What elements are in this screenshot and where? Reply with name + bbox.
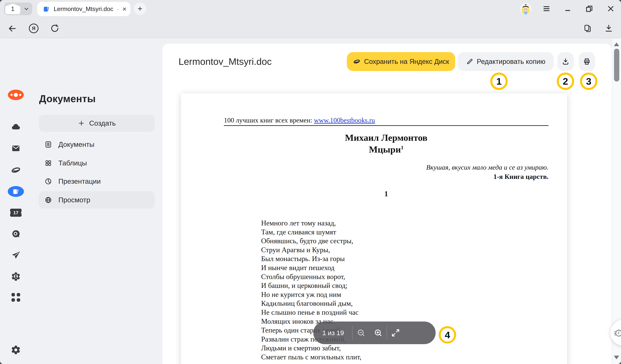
collections-icon[interactable] — [583, 24, 592, 33]
pie-chart-icon — [44, 177, 52, 185]
sidebar-title: Документы — [39, 93, 96, 105]
header-rule — [224, 125, 549, 126]
disk-icon — [353, 58, 361, 65]
annotation-badge-4: 4 — [439, 326, 456, 344]
poem-line: Обнявшись, будто две сестры, — [261, 237, 362, 245]
poem-line: И нынче видит пешеход — [261, 263, 362, 272]
sidebar-item-view[interactable]: Просмотр — [39, 191, 155, 209]
sidebar-item-label: Просмотр — [58, 196, 90, 204]
menu-button[interactable] — [541, 4, 552, 14]
minimize-button[interactable] — [563, 4, 573, 14]
edit-copy-button[interactable]: Редактировать копию — [458, 52, 554, 71]
reload-icon[interactable] — [50, 24, 60, 33]
pencil-icon — [466, 58, 473, 65]
cloud-icon[interactable] — [0, 122, 32, 132]
tab-title: Lermontov_Mtsyri.doc — [54, 6, 113, 12]
downloads-icon[interactable] — [604, 24, 614, 33]
close-window-button[interactable] — [606, 4, 616, 14]
tab-counter-button[interactable]: 1 — [4, 2, 32, 15]
gear-icon[interactable] — [0, 345, 32, 355]
tab-bar: 1 Lermontov_Mtsyri.doc - × + — [0, 0, 621, 19]
scrollbar[interactable] — [612, 38, 621, 364]
epigraph: Вкушая, вкусих мало меда и се аз умираю. — [224, 163, 549, 171]
annotation-badge-2: 2 — [557, 73, 574, 90]
annotation-badge-3: 3 — [580, 73, 597, 90]
new-tab-button[interactable]: + — [134, 2, 146, 15]
mail-icon[interactable] — [0, 143, 32, 153]
sidebar-item-presentations[interactable]: Презентации — [39, 173, 155, 190]
sidebar-item-label: Документы — [58, 141, 94, 148]
poem-line: Был монастырь. Из-за горы — [261, 254, 362, 263]
grid-icon[interactable] — [0, 293, 32, 302]
plus-icon — [78, 120, 85, 127]
poem-line: Струи Арагвы и Куры, — [261, 245, 362, 254]
sidebar-item-tables[interactable]: Таблицы — [39, 154, 155, 172]
printer-icon — [583, 58, 591, 65]
header-link[interactable]: www.100bestbooks.ru — [314, 116, 375, 124]
download-tray-icon — [562, 58, 569, 65]
footnote-marker: 1 — [401, 145, 403, 150]
poem-line: Немного лет тому назад, — [261, 219, 362, 228]
viewer-toolbar: 1 из 19 — [313, 321, 436, 344]
print-document-button[interactable] — [579, 52, 595, 71]
browser-avatar[interactable] — [520, 3, 532, 15]
create-label: Создать — [89, 119, 116, 127]
messenger-icon[interactable] — [0, 229, 32, 239]
zoom-in-icon[interactable] — [370, 321, 387, 344]
scrollbar-thumb[interactable] — [614, 49, 619, 81]
chevron-down-icon — [23, 6, 30, 12]
yandex-search-icon[interactable]: Я — [29, 24, 38, 33]
calendar-date: 17 — [10, 209, 22, 217]
sidebar-item-label: Таблицы — [58, 159, 87, 167]
header-prefix: 100 лучших книг всех времен: — [224, 116, 314, 124]
sidebar-item-documents[interactable]: Документы — [39, 136, 155, 153]
annotation-badge-1: 1 — [490, 73, 508, 90]
poem-line: Сметает пыль с могильных плит, — [261, 352, 362, 362]
poem-line: Там, где сливаяся шумят — [261, 228, 362, 237]
poem-line: Не слышно пенье в поздний час — [261, 308, 362, 317]
sidebar-item-label: Презентации — [58, 177, 101, 185]
scroll-down-icon[interactable] — [614, 356, 619, 359]
document-lines-icon — [44, 141, 52, 148]
calendar-icon[interactable]: 17 — [0, 209, 32, 217]
download-document-button[interactable] — [557, 52, 574, 71]
create-button[interactable]: Создать — [39, 115, 155, 132]
back-icon[interactable] — [7, 24, 17, 33]
users-gear-icon[interactable] — [0, 272, 32, 282]
poem-line: И башни, и церковный свод; — [261, 281, 362, 290]
poem-author: Михаил Лермонтов — [224, 132, 549, 143]
tab-close-icon[interactable]: × — [122, 5, 126, 13]
browser-window: 1 Lermontov_Mtsyri.doc - × + — [0, 0, 621, 364]
restore-button[interactable] — [584, 4, 594, 14]
documents-icon[interactable] — [0, 186, 32, 197]
tables-grid-icon — [44, 159, 52, 167]
scroll-up-icon[interactable] — [614, 43, 619, 46]
edit-copy-label: Редактировать копию — [477, 58, 545, 65]
browser-toolbar: Я docs.yandex.ru Lermontov_Mtsyri.doc - … — [0, 19, 621, 38]
globe-icon — [44, 196, 52, 204]
disk-icon[interactable] — [0, 165, 32, 175]
fullscreen-icon[interactable] — [387, 321, 404, 344]
epigraph-source: 1-я Книга царств. — [224, 173, 549, 181]
document-viewer-panel: Lermontov_Mtsyri.doc Сохранить на Яндекс… — [162, 44, 612, 364]
poem-line: Но не курится уж под ним — [261, 290, 362, 299]
document-title: Lermontov_Mtsyri.doc — [178, 56, 272, 67]
poem-line: Кадильниц благовонный дым, — [261, 299, 362, 308]
page-indicator: 1 из 19 — [322, 329, 344, 337]
page-header-line: 100 лучших книг всех времен: www.100best… — [224, 116, 375, 124]
poem-title: Мцыри1 — [224, 144, 549, 155]
save-to-disk-label: Сохранить на Яндекс Диск — [364, 58, 449, 65]
yandex-docs-icon — [43, 5, 50, 13]
browser-tab[interactable]: Lermontov_Mtsyri.doc - × — [37, 2, 130, 16]
tab-count: 1 — [5, 3, 20, 14]
save-to-disk-button[interactable]: Сохранить на Яндекс Диск — [347, 52, 455, 71]
zoom-out-icon[interactable] — [353, 321, 370, 344]
yandex360-logo-icon[interactable] — [0, 90, 32, 100]
poem-line: Людьми и смертию забыт, — [261, 344, 362, 352]
bug-icon — [612, 327, 621, 338]
tab-title-suffix: - — [117, 6, 119, 12]
paper-plane-icon[interactable] — [0, 250, 32, 260]
section-number: 1 — [224, 190, 549, 198]
poem-line: Столбы обрушенных ворот, — [261, 272, 362, 281]
